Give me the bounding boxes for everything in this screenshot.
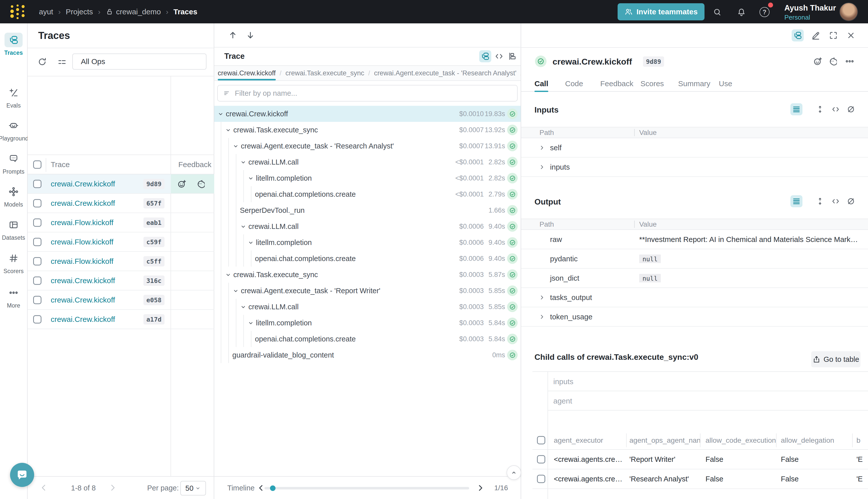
tree-row[interactable]: SerperDevTool._run1.66s [214, 202, 521, 218]
chevron-right-icon[interactable] [539, 314, 545, 320]
go-to-table-button[interactable]: Go to table [811, 351, 860, 367]
trace-link[interactable]: crewai.Flow.kickoff [51, 257, 113, 266]
trace-link[interactable]: crewai.Crew.kickoff [51, 276, 115, 285]
column-header[interactable]: allow_code_execution [706, 436, 776, 444]
output-row-token-usage[interactable]: token_usage [521, 307, 868, 327]
chevron-down-icon[interactable] [232, 138, 240, 154]
prev-call-arrow-icon[interactable] [228, 31, 238, 40]
fullscreen-icon[interactable] [827, 29, 839, 41]
breadcrumb-projects[interactable]: Projects [66, 8, 93, 16]
add-reaction-icon[interactable] [177, 179, 187, 189]
column-header-trace[interactable]: Trace [51, 160, 70, 169]
chevron-down-icon[interactable] [225, 267, 232, 283]
call-id-badge[interactable]: 9d89 [643, 57, 664, 67]
chevron-down-icon[interactable] [217, 106, 225, 122]
notifications-bell-icon[interactable] [737, 8, 746, 16]
row-checkbox[interactable] [33, 315, 41, 324]
wandb-logo-icon[interactable] [9, 3, 27, 21]
trace-link[interactable]: crewai.Flow.kickoff [51, 238, 113, 246]
tab-call[interactable]: Call [534, 75, 548, 92]
sidebar-item-datasets[interactable]: Datasets [0, 218, 27, 241]
chevron-down-icon[interactable] [247, 315, 255, 331]
trace-link[interactable]: crewai.Crew.kickoff [51, 199, 115, 208]
timeline-slider-handle[interactable] [270, 485, 275, 491]
sidebar-item-playground[interactable]: Playground [0, 118, 27, 142]
sidebar-item-traces[interactable]: Traces [0, 33, 27, 56]
timeline-next-icon[interactable] [475, 483, 485, 493]
tree-peek-icon[interactable] [792, 29, 804, 41]
output-row-pydantic[interactable]: pydantic null [521, 249, 868, 269]
crumb-tab[interactable]: crewai.Crew.kickoff [218, 66, 276, 81]
chevron-down-icon[interactable] [247, 234, 255, 251]
help-icon[interactable]: ? [759, 7, 770, 17]
tree-view-icon[interactable] [479, 50, 491, 62]
table-row[interactable]: crewai.Flow.kickoffc5ff [28, 252, 214, 271]
sidebar-item-prompts[interactable]: Prompts [0, 151, 27, 175]
breadcrumb-traces[interactable]: Traces [174, 8, 197, 16]
table-row[interactable]: crewai.Flow.kickoffc59f [28, 232, 214, 252]
output-row-json-dict[interactable]: json_dict null [521, 269, 868, 288]
table-row[interactable]: crewai.Flow.kickoffeab1 [28, 213, 214, 232]
tab-scores[interactable]: Scores [641, 75, 664, 92]
tab-code[interactable]: Code [565, 75, 583, 92]
code-view-icon[interactable] [830, 103, 842, 115]
child-table-row[interactable]: <crewai.agents.cre… 'Report Writer' Fals… [532, 450, 868, 469]
trace-link[interactable]: crewai.Flow.kickoff [51, 218, 113, 227]
code-view-icon[interactable] [830, 195, 842, 207]
comment-icon[interactable] [826, 55, 838, 67]
column-header[interactable]: allow_delegation [781, 436, 834, 444]
manage-columns-icon[interactable] [57, 57, 67, 67]
close-icon[interactable] [845, 29, 857, 41]
overflow-menu-icon[interactable] [844, 55, 856, 67]
input-row-inputs[interactable]: inputs [521, 158, 868, 177]
hide-values-icon[interactable] [845, 195, 857, 207]
row-checkbox[interactable] [33, 257, 41, 265]
sidebar-item-evals[interactable]: Evals [0, 85, 27, 109]
op-filter-input[interactable] [235, 89, 512, 97]
chevron-down-icon[interactable] [240, 154, 247, 170]
sidebar-item-scorers[interactable]: Scorers [0, 251, 27, 275]
output-row-tasks-output[interactable]: tasks_output [521, 288, 868, 307]
chevron-down-icon[interactable] [232, 283, 240, 299]
list-view-icon[interactable] [790, 103, 803, 115]
support-chat-button[interactable] [10, 463, 34, 487]
trace-link[interactable]: crewai.Crew.kickoff [51, 180, 115, 188]
prev-page-icon[interactable] [39, 483, 49, 493]
row-checkbox[interactable] [537, 455, 545, 464]
input-row-self[interactable]: self [521, 138, 868, 158]
chevron-right-icon[interactable] [539, 294, 545, 301]
tree-row[interactable]: crewai.Task.execute_sync$0.000713.92s [214, 122, 521, 138]
expand-rows-icon[interactable] [814, 195, 826, 207]
table-row[interactable]: crewai.Crew.kickoff657f [28, 194, 214, 213]
table-row[interactable]: crewai.Crew.kickoff316c [28, 271, 214, 291]
row-checkbox[interactable] [33, 180, 41, 188]
code-view-icon[interactable] [493, 50, 505, 62]
next-page-icon[interactable] [108, 483, 117, 493]
scroll-to-top-button[interactable] [507, 465, 521, 480]
expand-rows-icon[interactable] [814, 103, 826, 115]
row-checkbox[interactable] [33, 199, 41, 207]
chevron-down-icon[interactable] [240, 299, 247, 315]
chevron-right-icon[interactable] [539, 145, 545, 151]
row-checkbox[interactable] [537, 475, 545, 483]
tree-row[interactable]: crewai.Crew.kickoff$0.001019.83s [214, 106, 521, 122]
tree-row[interactable]: openai.chat.completions.create$0.00035.8… [214, 331, 521, 347]
row-checkbox[interactable] [33, 276, 41, 285]
user-menu[interactable]: Ayush Thakur Personal [784, 3, 836, 21]
tree-row[interactable]: crewai.Agent.execute_task - 'Research An… [214, 138, 521, 154]
breadcrumb-project[interactable]: crewai_demo [106, 8, 161, 16]
tree-row[interactable]: openai.chat.completions.create$0.00069.4… [214, 251, 521, 267]
per-page-select[interactable]: 50 [180, 481, 206, 496]
tree-row[interactable]: crewai.Task.execute_sync$0.00035.87s [214, 267, 521, 283]
select-all-checkbox[interactable] [33, 160, 41, 169]
table-row[interactable]: crewai.Crew.kickoffa17d [28, 310, 214, 329]
select-all-checkbox[interactable] [537, 436, 545, 444]
chevron-down-icon[interactable] [240, 218, 247, 234]
chevron-right-icon[interactable] [539, 164, 545, 170]
trace-link[interactable]: crewai.Crew.kickoff [51, 296, 115, 304]
tab-summary[interactable]: Summary [678, 75, 710, 92]
tree-row[interactable]: litellm.completion<$0.00012.82s [214, 170, 521, 186]
column-header[interactable]: b [856, 436, 860, 444]
comment-icon[interactable] [195, 179, 205, 189]
row-checkbox[interactable] [33, 238, 41, 246]
